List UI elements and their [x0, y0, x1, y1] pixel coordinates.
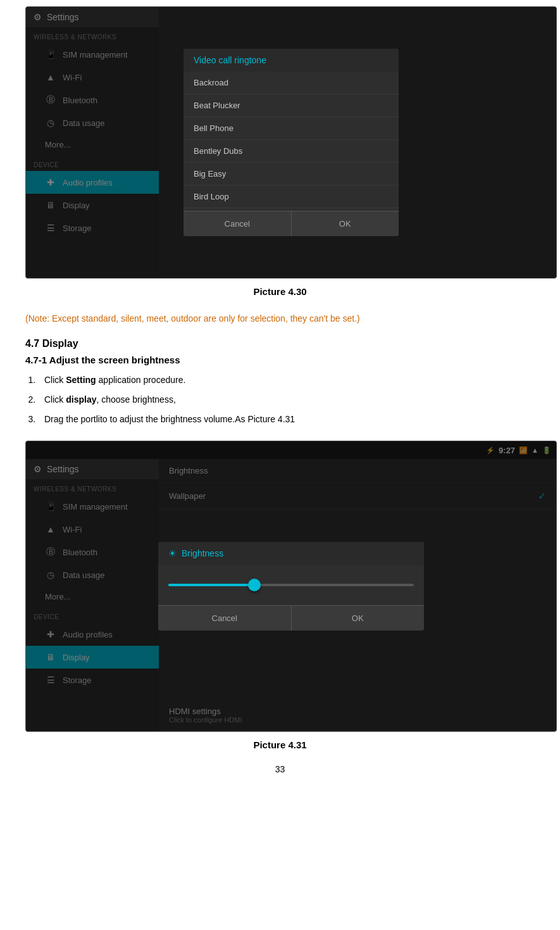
- ringtone-item[interactable]: Backroad: [184, 72, 399, 94]
- brightness-slider-fill: [168, 584, 254, 586]
- ringtone-item-label: Backroad: [194, 78, 228, 87]
- page-number: 33: [0, 755, 560, 778]
- ok-button[interactable]: OK: [292, 211, 399, 236]
- brightness-dialog: ☀ Brightness Cancel OK: [158, 542, 424, 631]
- dialog-list[interactable]: BackroadBeat PluckerBell PhoneBentley Du…: [184, 72, 399, 211]
- note-text: (Note: Except standard, silent, meet, ou…: [25, 308, 535, 334]
- brightness-title-text: Brightness: [182, 548, 223, 558]
- brightness-dialog-buttons: Cancel OK: [158, 605, 424, 631]
- brightness-dialog-title: ☀ Brightness: [158, 542, 424, 565]
- dialog-title: Video call ringtone: [184, 49, 399, 72]
- step-1-bold: Setting: [66, 375, 96, 385]
- ringtone-dialog: Video call ringtone BackroadBeat Plucker…: [184, 49, 399, 236]
- steps-list: Click Setting application procedure. Cli…: [25, 370, 535, 429]
- ringtone-item[interactable]: Beat Plucker: [184, 94, 399, 117]
- dialog-title-text: Video call ringtone: [194, 55, 266, 65]
- step-3: Drag the portlito to adjust the brightne…: [38, 410, 535, 429]
- dialog-overlay-430: Video call ringtone BackroadBeat Plucker…: [26, 7, 556, 278]
- brightness-cancel-button[interactable]: Cancel: [158, 606, 292, 631]
- step-2-bold: display: [66, 394, 96, 405]
- ringtone-item-label: Beat Plucker: [194, 101, 240, 110]
- ringtone-item[interactable]: Bell Phone: [184, 117, 399, 140]
- ringtone-item[interactable]: Bird Loop: [184, 185, 399, 208]
- caption-430: Picture 4.30: [0, 279, 560, 302]
- ringtone-item-label: Bird Loop: [194, 192, 229, 201]
- dialog-buttons: Cancel OK: [184, 211, 399, 236]
- brightness-slider-thumb[interactable]: [248, 579, 261, 591]
- brightness-ok-button[interactable]: OK: [292, 606, 425, 631]
- brightness-dialog-overlay: ☀ Brightness Cancel OK: [26, 441, 556, 731]
- brightness-content: [158, 565, 424, 605]
- ringtone-item[interactable]: Big Easy: [184, 163, 399, 185]
- ringtone-item-label: Bentley Dubs: [194, 146, 242, 156]
- ringtone-item[interactable]: Bentley Dubs: [184, 140, 399, 163]
- brightness-sun-icon: ☀: [168, 548, 177, 558]
- caption-431: Picture 4.31: [0, 732, 560, 755]
- section-47-heading: 4.7 Display: [25, 334, 535, 352]
- ringtone-item-label: Big Easy: [194, 169, 226, 179]
- brightness-slider-track[interactable]: [168, 584, 414, 586]
- ringtone-item-label: Bell Phone: [194, 123, 233, 133]
- step-1: Click Setting application procedure.: [38, 370, 535, 390]
- page: ⚙ Settings WIRELESS & NETWORKS 📱 SIM man…: [0, 0, 560, 778]
- step-2: Click display, choose brightness,: [38, 390, 535, 410]
- section-471-heading: 4.7-1 Adjust the screen brightness: [25, 352, 535, 370]
- cancel-button[interactable]: Cancel: [184, 211, 292, 236]
